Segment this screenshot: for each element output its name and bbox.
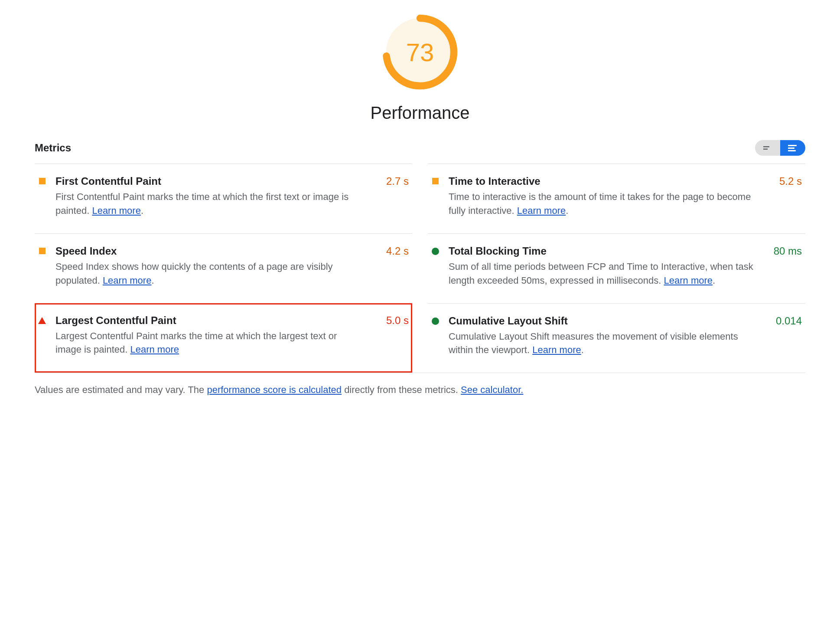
metric-title: Time to Interactive (449, 175, 755, 187)
metric-status-icon (37, 245, 47, 288)
learn-more-link[interactable]: Learn more (92, 205, 141, 216)
metric-desc-post: . (141, 205, 143, 216)
metric-status-icon (430, 315, 440, 357)
metric-value: 2.7 s (386, 175, 409, 187)
metric-card: First Contentful PaintFirst Contentful P… (35, 164, 412, 233)
svg-rect-2 (763, 146, 769, 147)
metric-status-icon (430, 245, 440, 288)
view-toggle-expanded[interactable] (780, 140, 805, 156)
svg-rect-5 (788, 147, 794, 149)
learn-more-link[interactable]: Learn more (517, 205, 566, 216)
metrics-grid: First Contentful PaintFirst Contentful P… (35, 164, 805, 373)
compact-view-icon (763, 145, 772, 151)
metric-body: Cumulative Layout ShiftCumulative Layout… (449, 315, 803, 357)
metric-desc-text: Cumulative Layout Shift measures the mov… (449, 331, 738, 356)
view-toggle-compact[interactable] (755, 140, 780, 156)
metric-desc-text: Speed Index shows how quickly the conten… (55, 261, 333, 286)
square-icon (39, 248, 46, 254)
metric-value: 4.2 s (386, 245, 409, 257)
circle-icon (432, 318, 439, 325)
metric-desc-post: . (581, 344, 584, 355)
footer-note: Values are estimated and may vary. The p… (35, 373, 805, 396)
metric-description: Sum of all time periods between FCP and … (449, 260, 755, 288)
metric-body: Total Blocking TimeSum of all time perio… (449, 245, 803, 288)
svg-rect-3 (763, 149, 768, 150)
metric-body: Time to InteractiveTime to interactive i… (449, 175, 803, 218)
metric-card: Time to InteractiveTime to interactive i… (428, 164, 805, 233)
performance-title: Performance (371, 103, 470, 123)
learn-more-link[interactable]: Learn more (130, 344, 179, 355)
svg-rect-4 (788, 145, 797, 146)
metric-body: Largest Contentful PaintLargest Contentf… (55, 314, 410, 357)
metric-body: First Contentful PaintFirst Contentful P… (55, 175, 410, 218)
metric-desc-text: Time to interactive is the amount of tim… (449, 191, 751, 216)
metric-card: Cumulative Layout ShiftCumulative Layout… (428, 303, 805, 373)
metric-desc-post: . (151, 275, 154, 286)
metric-value: 5.0 s (386, 314, 409, 327)
metric-description: First Contentful Paint marks the time at… (55, 190, 362, 218)
metric-description: Speed Index shows how quickly the conten… (55, 260, 362, 288)
performance-gauge-section: 73 Performance (35, 13, 805, 123)
learn-more-link[interactable]: Learn more (103, 275, 152, 286)
metric-desc-text: Largest Contentful Paint marks the time … (55, 331, 337, 355)
metric-status-icon (37, 175, 47, 218)
metric-title: Cumulative Layout Shift (449, 315, 755, 327)
footer-link-calculator[interactable]: See calculator. (461, 384, 523, 395)
performance-gauge: 73 (381, 13, 459, 91)
square-icon (432, 178, 439, 184)
metric-value: 80 ms (774, 245, 802, 257)
learn-more-link[interactable]: Learn more (532, 344, 581, 355)
circle-icon (432, 248, 439, 255)
metric-status-icon (430, 175, 440, 218)
metric-card: Largest Contentful PaintLargest Contentf… (35, 303, 412, 373)
performance-score: 73 (381, 13, 459, 91)
metric-desc-post: . (713, 275, 715, 286)
metric-status-icon (37, 314, 47, 357)
metric-title: Total Blocking Time (449, 245, 755, 257)
metric-card: Total Blocking TimeSum of all time perio… (428, 233, 805, 303)
metric-title: Largest Contentful Paint (55, 314, 362, 327)
metrics-header: Metrics (35, 140, 805, 156)
triangle-icon (38, 317, 46, 324)
metric-description: Cumulative Layout Shift measures the mov… (449, 330, 755, 357)
metric-description: Time to interactive is the amount of tim… (449, 190, 755, 218)
footer-text-pre: Values are estimated and may vary. The (35, 384, 207, 395)
metric-card: Speed IndexSpeed Index shows how quickly… (35, 233, 412, 303)
learn-more-link[interactable]: Learn more (664, 275, 713, 286)
footer-text-mid: directly from these metrics. (342, 384, 461, 395)
metric-value: 0.014 (776, 315, 802, 327)
metrics-label: Metrics (35, 142, 71, 154)
metric-body: Speed IndexSpeed Index shows how quickly… (55, 245, 410, 288)
footer-link-calculated[interactable]: performance score is calculated (207, 384, 342, 395)
metric-title: Speed Index (55, 245, 362, 257)
metric-desc-post: . (566, 205, 568, 216)
svg-rect-6 (788, 150, 796, 151)
square-icon (39, 178, 46, 184)
metric-value: 5.2 s (779, 175, 802, 187)
metric-title: First Contentful Paint (55, 175, 362, 187)
view-toggle (755, 140, 805, 156)
metric-description: Largest Contentful Paint marks the time … (55, 329, 362, 357)
expanded-view-icon (788, 144, 798, 151)
